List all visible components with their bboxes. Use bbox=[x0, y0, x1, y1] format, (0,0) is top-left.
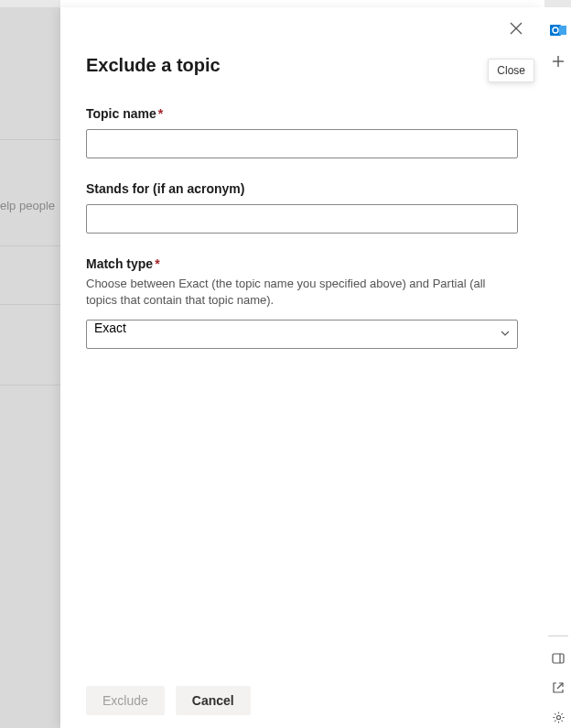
cancel-button[interactable]: Cancel bbox=[176, 686, 251, 715]
panel-title: Exclude a topic bbox=[86, 55, 518, 76]
bg-divider bbox=[0, 385, 60, 386]
svg-rect-7 bbox=[553, 654, 564, 663]
right-rail bbox=[544, 0, 571, 728]
topic-name-input[interactable] bbox=[86, 129, 518, 158]
exclude-button[interactable]: Exclude bbox=[86, 686, 165, 715]
stands-for-label: Stands for (if an acronym) bbox=[86, 181, 244, 196]
topic-name-label: Topic name* bbox=[86, 106, 163, 121]
bg-divider bbox=[0, 245, 60, 246]
label-text: Topic name bbox=[86, 106, 156, 121]
required-indicator: * bbox=[155, 256, 159, 271]
topic-name-field: Topic name* bbox=[86, 105, 518, 158]
panel-toggle-icon[interactable] bbox=[544, 645, 571, 672]
bg-divider bbox=[0, 304, 60, 305]
stands-for-field: Stands for (if an acronym) bbox=[86, 180, 518, 234]
bg-divider bbox=[0, 139, 60, 140]
match-type-label: Match type* bbox=[86, 256, 160, 271]
outlook-icon[interactable] bbox=[544, 16, 571, 44]
panel-body: Topic name* Stands for (if an acronym) M… bbox=[60, 76, 544, 675]
match-type-select[interactable]: Exact bbox=[86, 320, 518, 349]
obscured-background: elp people bbox=[0, 0, 60, 728]
bg-header-strip bbox=[0, 0, 60, 7]
rail-header-strip bbox=[544, 0, 571, 7]
bg-partial-text: elp people bbox=[0, 199, 55, 212]
panel-header: Close Exclude a topic bbox=[60, 7, 544, 76]
svg-point-10 bbox=[556, 715, 560, 719]
rail-divider bbox=[548, 636, 568, 636]
settings-icon[interactable] bbox=[544, 703, 571, 728]
svg-line-9 bbox=[557, 683, 563, 689]
required-indicator: * bbox=[158, 106, 163, 121]
stands-for-input[interactable] bbox=[86, 204, 518, 234]
label-text: Match type bbox=[86, 256, 153, 271]
match-type-field: Match type* Choose between Exact (the to… bbox=[86, 255, 518, 349]
match-type-help: Choose between Exact (the topic name you… bbox=[86, 276, 518, 309]
exclude-topic-panel: Close Exclude a topic Topic name* Stands… bbox=[60, 7, 544, 728]
close-icon bbox=[510, 22, 523, 38]
close-button[interactable] bbox=[501, 15, 531, 44]
add-icon[interactable] bbox=[544, 48, 571, 75]
match-type-select-wrap: Exact bbox=[86, 320, 518, 349]
open-external-icon[interactable] bbox=[544, 674, 571, 701]
panel-footer: Exclude Cancel bbox=[60, 675, 544, 728]
svg-rect-3 bbox=[559, 26, 566, 35]
close-tooltip: Close bbox=[488, 59, 534, 82]
